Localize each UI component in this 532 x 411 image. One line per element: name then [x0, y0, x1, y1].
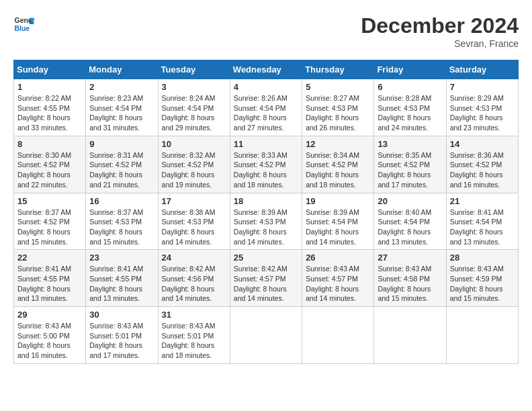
day-info: Sunrise: 8:31 AM Sunset: 4:52 PM Dayligh…: [89, 150, 154, 190]
sunrise-label: Sunrise: 8:41 AM: [450, 208, 504, 216]
sunset-label: Sunset: 4:59 PM: [450, 275, 502, 283]
calendar-cell: [374, 307, 446, 364]
calendar-cell: 6 Sunrise: 8:28 AM Sunset: 4:53 PM Dayli…: [374, 79, 446, 136]
sunset-label: Sunset: 4:52 PM: [306, 161, 358, 169]
day-info: Sunrise: 8:42 AM Sunset: 4:57 PM Dayligh…: [234, 264, 298, 304]
day-number: 2: [89, 82, 154, 92]
calendar-cell: 26 Sunrise: 8:43 AM Sunset: 4:57 PM Dayl…: [302, 250, 374, 307]
calendar-cell: 7 Sunrise: 8:29 AM Sunset: 4:53 PM Dayli…: [446, 79, 518, 136]
day-number: 26: [306, 253, 370, 263]
calendar-cell: 30 Sunrise: 8:43 AM Sunset: 5:01 PM Dayl…: [86, 307, 158, 364]
sunset-label: Sunset: 4:55 PM: [17, 104, 70, 112]
day-info: Sunrise: 8:24 AM Sunset: 4:54 PM Dayligh…: [162, 93, 226, 133]
day-info: Sunrise: 8:27 AM Sunset: 4:53 PM Dayligh…: [306, 93, 370, 133]
calendar-cell: 20 Sunrise: 8:40 AM Sunset: 4:54 PM Dayl…: [374, 193, 446, 250]
daylight-label: Daylight: 8 hours and 14 minutes.: [306, 228, 359, 246]
sunrise-label: Sunrise: 8:39 AM: [234, 208, 287, 216]
sunrise-label: Sunrise: 8:26 AM: [234, 94, 287, 102]
sunrise-label: Sunrise: 8:43 AM: [89, 322, 143, 330]
daylight-label: Daylight: 8 hours and 15 minutes.: [450, 285, 503, 303]
sunrise-label: Sunrise: 8:36 AM: [450, 151, 504, 159]
day-info: Sunrise: 8:22 AM Sunset: 4:55 PM Dayligh…: [17, 93, 82, 133]
day-info: Sunrise: 8:43 AM Sunset: 5:00 PM Dayligh…: [17, 321, 82, 361]
location: Sevran, France: [361, 38, 519, 49]
sunrise-label: Sunrise: 8:30 AM: [17, 151, 71, 159]
daylight-label: Daylight: 8 hours and 23 minutes.: [450, 113, 503, 132]
day-number: 27: [378, 253, 442, 263]
sunset-label: Sunset: 4:57 PM: [234, 275, 286, 283]
calendar-header-row: Sunday Monday Tuesday Wednesday Thursday…: [14, 60, 519, 79]
day-number: 28: [450, 253, 515, 263]
calendar-cell: 18 Sunrise: 8:39 AM Sunset: 4:53 PM Dayl…: [230, 193, 302, 250]
sunrise-label: Sunrise: 8:35 AM: [378, 151, 431, 159]
calendar-cell: 13 Sunrise: 8:35 AM Sunset: 4:52 PM Dayl…: [374, 136, 446, 193]
day-number: 17: [162, 196, 226, 206]
daylight-label: Daylight: 8 hours and 16 minutes.: [17, 341, 71, 359]
month-title: December 2024: [361, 13, 519, 38]
sunset-label: Sunset: 4:57 PM: [306, 275, 358, 283]
day-info: Sunrise: 8:37 AM Sunset: 4:52 PM Dayligh…: [17, 208, 82, 247]
calendar-cell: 31 Sunrise: 8:43 AM Sunset: 5:01 PM Dayl…: [158, 307, 230, 364]
day-info: Sunrise: 8:38 AM Sunset: 4:53 PM Dayligh…: [162, 208, 226, 247]
day-number: 10: [162, 139, 226, 149]
calendar-cell: [230, 307, 302, 364]
sunset-label: Sunset: 4:52 PM: [162, 161, 214, 169]
calendar-cell: 27 Sunrise: 8:43 AM Sunset: 4:58 PM Dayl…: [374, 250, 446, 307]
day-info: Sunrise: 8:41 AM Sunset: 4:55 PM Dayligh…: [89, 264, 154, 304]
daylight-label: Daylight: 8 hours and 19 minutes.: [162, 171, 215, 189]
header-tuesday: Tuesday: [158, 60, 230, 79]
sunrise-label: Sunrise: 8:41 AM: [89, 265, 143, 273]
calendar-cell: 28 Sunrise: 8:43 AM Sunset: 4:59 PM Dayl…: [446, 250, 518, 307]
sunset-label: Sunset: 4:53 PM: [162, 218, 214, 226]
sunrise-label: Sunrise: 8:43 AM: [450, 265, 504, 273]
sunset-label: Sunset: 4:52 PM: [89, 161, 142, 169]
day-number: 13: [378, 139, 442, 149]
daylight-label: Daylight: 8 hours and 14 minutes.: [234, 285, 287, 303]
page-header: General Blue December 2024 Sevran, Franc…: [13, 13, 519, 49]
day-info: Sunrise: 8:30 AM Sunset: 4:52 PM Dayligh…: [17, 150, 82, 190]
calendar-week-1: 1 Sunrise: 8:22 AM Sunset: 4:55 PM Dayli…: [14, 79, 519, 136]
daylight-label: Daylight: 8 hours and 15 minutes.: [17, 228, 71, 246]
calendar-week-3: 15 Sunrise: 8:37 AM Sunset: 4:52 PM Dayl…: [14, 193, 519, 250]
day-number: 23: [89, 253, 154, 263]
daylight-label: Daylight: 8 hours and 18 minutes.: [162, 341, 215, 359]
day-number: 25: [234, 253, 298, 263]
sunset-label: Sunset: 4:54 PM: [89, 104, 142, 112]
sunrise-label: Sunrise: 8:42 AM: [234, 265, 287, 273]
calendar-cell: 29 Sunrise: 8:43 AM Sunset: 5:00 PM Dayl…: [14, 307, 86, 364]
day-info: Sunrise: 8:32 AM Sunset: 4:52 PM Dayligh…: [162, 150, 226, 190]
sunset-label: Sunset: 4:53 PM: [89, 218, 142, 226]
calendar-cell: 25 Sunrise: 8:42 AM Sunset: 4:57 PM Dayl…: [230, 250, 302, 307]
calendar-week-5: 29 Sunrise: 8:43 AM Sunset: 5:00 PM Dayl…: [14, 307, 519, 364]
sunrise-label: Sunrise: 8:31 AM: [89, 151, 143, 159]
daylight-label: Daylight: 8 hours and 14 minutes.: [162, 285, 215, 303]
sunrise-label: Sunrise: 8:22 AM: [17, 94, 71, 102]
header-thursday: Thursday: [302, 60, 374, 79]
daylight-label: Daylight: 8 hours and 13 minutes.: [17, 285, 71, 303]
calendar-cell: 10 Sunrise: 8:32 AM Sunset: 4:52 PM Dayl…: [158, 136, 230, 193]
daylight-label: Daylight: 8 hours and 27 minutes.: [234, 113, 287, 132]
sunset-label: Sunset: 4:58 PM: [378, 275, 430, 283]
sunrise-label: Sunrise: 8:43 AM: [162, 322, 216, 330]
sunset-label: Sunset: 4:52 PM: [17, 161, 70, 169]
day-info: Sunrise: 8:28 AM Sunset: 4:53 PM Dayligh…: [378, 93, 442, 133]
daylight-label: Daylight: 8 hours and 18 minutes.: [234, 171, 287, 189]
sunset-label: Sunset: 4:53 PM: [306, 104, 358, 112]
day-info: Sunrise: 8:33 AM Sunset: 4:52 PM Dayligh…: [234, 150, 298, 190]
day-info: Sunrise: 8:34 AM Sunset: 4:52 PM Dayligh…: [306, 150, 370, 190]
sunrise-label: Sunrise: 8:38 AM: [162, 208, 216, 216]
header-wednesday: Wednesday: [230, 60, 302, 79]
calendar-cell: 11 Sunrise: 8:33 AM Sunset: 4:52 PM Dayl…: [230, 136, 302, 193]
daylight-label: Daylight: 8 hours and 15 minutes.: [378, 285, 431, 303]
sunset-label: Sunset: 4:54 PM: [378, 218, 430, 226]
sunset-label: Sunset: 4:52 PM: [378, 161, 430, 169]
header-saturday: Saturday: [446, 60, 518, 79]
daylight-label: Daylight: 8 hours and 14 minutes.: [162, 228, 215, 246]
daylight-label: Daylight: 8 hours and 26 minutes.: [306, 113, 359, 132]
calendar-cell: 12 Sunrise: 8:34 AM Sunset: 4:52 PM Dayl…: [302, 136, 374, 193]
calendar-week-4: 22 Sunrise: 8:41 AM Sunset: 4:55 PM Dayl…: [14, 250, 519, 307]
calendar-cell: 24 Sunrise: 8:42 AM Sunset: 4:56 PM Dayl…: [158, 250, 230, 307]
sunset-label: Sunset: 4:55 PM: [89, 275, 142, 283]
daylight-label: Daylight: 8 hours and 33 minutes.: [17, 113, 71, 132]
sunset-label: Sunset: 4:55 PM: [17, 275, 70, 283]
